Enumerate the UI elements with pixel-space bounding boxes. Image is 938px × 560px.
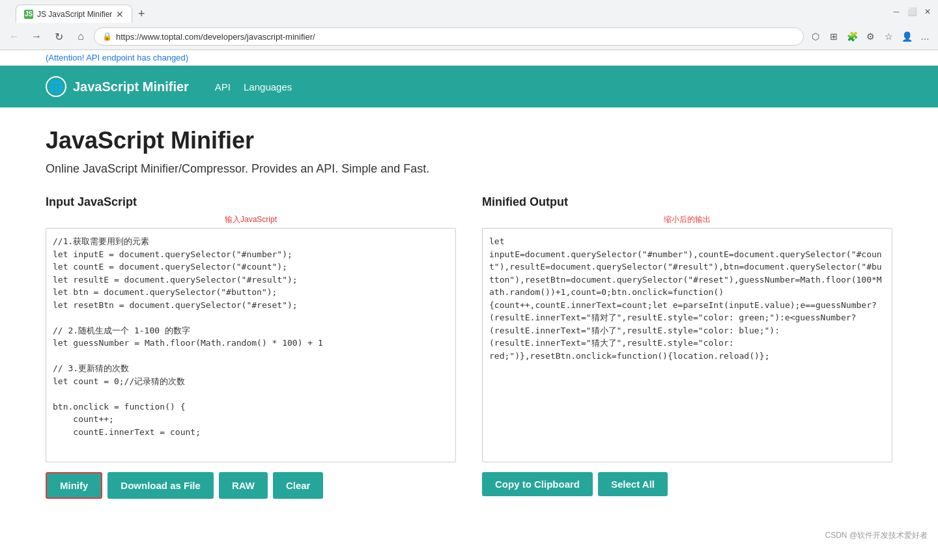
site-header: 🌐 JavaScript Minifier API Languages	[0, 66, 938, 107]
browser-chrome: JS JS JavaScript Minifier ✕ + ─ ⬜ ✕ ← → …	[0, 0, 938, 50]
nav-item-api[interactable]: API	[215, 81, 231, 92]
address-bar[interactable]: 🔒 https://www.toptal.com/developers/java…	[94, 27, 804, 46]
new-tab-button[interactable]: +	[132, 5, 150, 23]
logo-globe-icon: 🌐	[46, 76, 66, 97]
browser-nav: ← → ↻ ⌂ 🔒 https://www.toptal.com/develop…	[0, 23, 938, 49]
title-bar: JS JS JavaScript Minifier ✕ + ─ ⬜ ✕	[0, 0, 938, 23]
tab-title: JS JavaScript Minifier	[37, 10, 112, 19]
input-column: Input JavaScript 输入JavaScript Minify Dow…	[46, 195, 456, 499]
clear-button[interactable]: Clear	[273, 472, 324, 499]
raw-button[interactable]: RAW	[219, 472, 268, 499]
minimize-button[interactable]: ─	[891, 7, 902, 17]
home-button[interactable]: ⌂	[72, 27, 90, 46]
site-nav: API Languages	[215, 81, 292, 92]
nav-actions: ⬡ ⊞ 🧩 ⚙ ☆ 👤 …	[808, 29, 933, 44]
tab-close-button[interactable]: ✕	[116, 9, 124, 20]
extensions-icon[interactable]: 🧩	[844, 29, 860, 44]
input-textarea[interactable]	[46, 228, 456, 462]
active-tab[interactable]: JS JS JavaScript Minifier ✕	[16, 5, 132, 23]
output-label: Minified Output	[482, 195, 892, 209]
editor-columns: Input JavaScript 输入JavaScript Minify Dow…	[46, 195, 892, 499]
page-subtitle: Online JavaScript Minifier/Compressor. P…	[46, 162, 892, 176]
site-logo: 🌐 JavaScript Minifier	[46, 76, 189, 97]
watermark-text: CSDN @软件开发技术爱好者	[825, 531, 928, 540]
grid-icon[interactable]: ⊞	[826, 29, 842, 44]
close-button[interactable]: ✕	[922, 7, 933, 17]
profile-icon[interactable]: 👤	[899, 29, 915, 44]
footer-watermark: CSDN @软件开发技术爱好者	[0, 525, 938, 544]
nav-item-languages[interactable]: Languages	[244, 81, 292, 92]
input-sublabel: 输入JavaScript	[46, 214, 456, 225]
url-text: https://www.toptal.com/developers/javasc…	[116, 32, 795, 42]
menu-icon[interactable]: …	[917, 29, 933, 44]
main-content: JavaScript Minifier Online JavaScript Mi…	[0, 107, 938, 525]
favorites-icon[interactable]: ☆	[881, 29, 896, 44]
output-column: Minified Output 缩小后的输出 Copy to Clipboard…	[482, 195, 892, 499]
output-buttons-row: Copy to Clipboard Select All	[482, 472, 892, 496]
output-textarea[interactable]	[482, 228, 892, 462]
maximize-button[interactable]: ⬜	[907, 7, 917, 17]
security-lock-icon: 🔒	[102, 32, 112, 41]
notification-bar: (Attention! API endpoint has changed)	[0, 50, 938, 66]
input-buttons-row: Minify Download as File RAW Clear	[46, 472, 456, 499]
tab-bar: JS JS JavaScript Minifier ✕ +	[10, 1, 886, 23]
notification-text: (Attention! API endpoint has changed)	[46, 53, 188, 63]
cast-icon[interactable]: ⬡	[808, 29, 823, 44]
settings-icon[interactable]: ⚙	[862, 29, 878, 44]
download-button[interactable]: Download as File	[107, 472, 214, 499]
select-all-button[interactable]: Select All	[598, 472, 668, 496]
refresh-button[interactable]: ↻	[50, 27, 68, 46]
output-sublabel: 缩小后的输出	[482, 214, 892, 225]
back-button[interactable]: ←	[5, 27, 23, 46]
page-title: JavaScript Minifier	[46, 127, 892, 154]
copy-to-clipboard-button[interactable]: Copy to Clipboard	[482, 472, 593, 496]
input-label: Input JavaScript	[46, 195, 456, 209]
site-logo-text: JavaScript Minifier	[73, 79, 189, 94]
tab-favicon: JS	[24, 10, 33, 19]
minify-button[interactable]: Minify	[46, 472, 102, 499]
forward-button[interactable]: →	[27, 27, 46, 46]
